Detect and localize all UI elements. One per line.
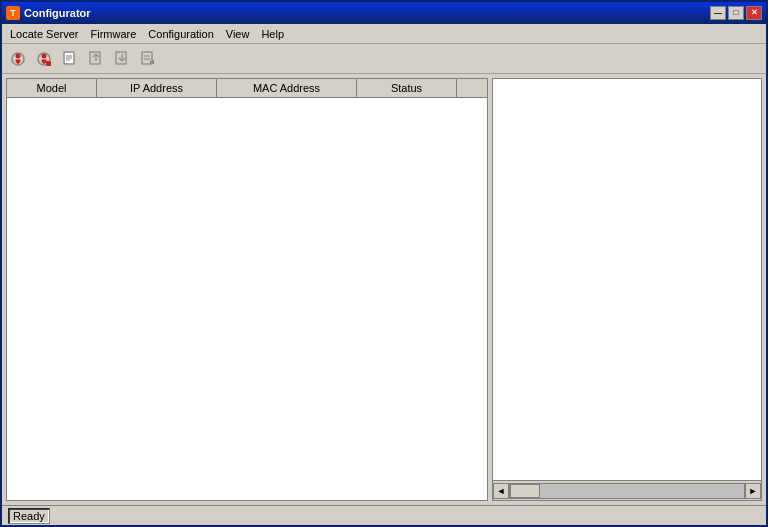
menu-bar: Locate Server Firmware Configuration Vie… (2, 24, 766, 44)
col-header-model: Model (7, 79, 97, 97)
col-header-status: Status (357, 79, 457, 97)
detail-panel: ◄ ► (492, 78, 762, 501)
toolbar-btn-upload[interactable] (84, 47, 108, 71)
app-icon: T (6, 6, 20, 20)
main-content: Model IP Address MAC Address Status ◄ ► (2, 74, 766, 505)
maximize-button[interactable]: □ (728, 6, 744, 20)
upload-icon (87, 50, 105, 68)
svg-point-1 (16, 53, 21, 58)
status-bar: Ready (2, 505, 766, 525)
toolbar-btn-locate2[interactable] (32, 47, 56, 71)
toolbar-btn-config[interactable] (136, 47, 160, 71)
toolbar-btn-download[interactable] (110, 47, 134, 71)
menu-firmware[interactable]: Firmware (84, 26, 142, 42)
detail-content (493, 79, 761, 480)
minimize-button[interactable]: — (710, 6, 726, 20)
window-title: Configurator (24, 7, 91, 19)
table-body (7, 98, 487, 500)
menu-view[interactable]: View (220, 26, 256, 42)
table-header: Model IP Address MAC Address Status (7, 79, 487, 98)
horizontal-scrollbar: ◄ ► (493, 480, 761, 500)
locate2-icon (35, 50, 53, 68)
toolbar-btn-locate1[interactable] (6, 47, 30, 71)
scroll-thumb[interactable] (510, 484, 540, 498)
toolbar (2, 44, 766, 74)
menu-locate-server[interactable]: Locate Server (4, 26, 84, 42)
main-window: T Configurator — □ ✕ Locate Server Firmw… (0, 0, 768, 527)
toolbar-btn-print[interactable] (58, 47, 82, 71)
status-text: Ready (8, 508, 50, 524)
col-header-extra (457, 79, 487, 97)
svg-point-3 (42, 53, 47, 58)
config-icon (139, 50, 157, 68)
scroll-right-button[interactable]: ► (745, 483, 761, 499)
title-bar-left: T Configurator (6, 6, 91, 20)
title-buttons: — □ ✕ (710, 6, 762, 20)
svg-rect-4 (46, 61, 51, 66)
scroll-left-button[interactable]: ◄ (493, 483, 509, 499)
print-icon (61, 50, 79, 68)
svg-rect-10 (90, 52, 100, 64)
title-bar: T Configurator — □ ✕ (2, 2, 766, 24)
locate1-icon (9, 50, 27, 68)
server-table-panel: Model IP Address MAC Address Status (6, 78, 488, 501)
download-icon (113, 50, 131, 68)
menu-help[interactable]: Help (255, 26, 290, 42)
col-header-mac: MAC Address (217, 79, 357, 97)
menu-configuration[interactable]: Configuration (142, 26, 219, 42)
close-button[interactable]: ✕ (746, 6, 762, 20)
scroll-track[interactable] (509, 483, 745, 499)
col-header-ip: IP Address (97, 79, 217, 97)
